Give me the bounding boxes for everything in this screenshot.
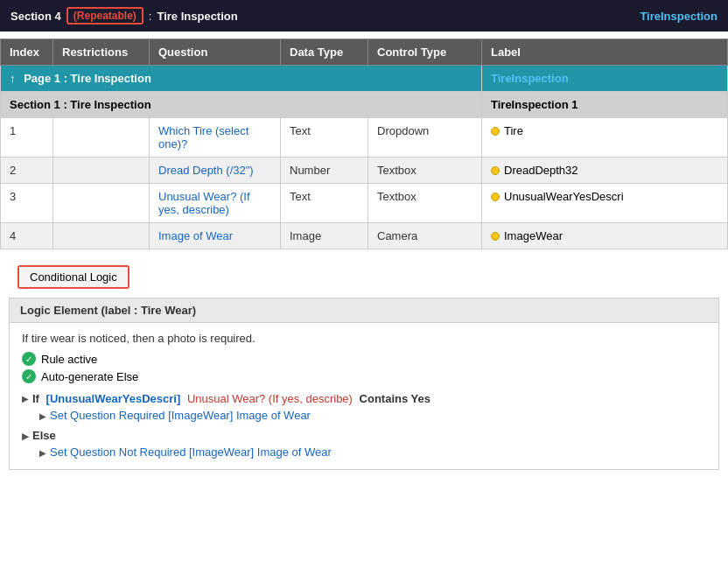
table-container: Index Restrictions Question Data Type Co… [0,32,728,249]
logic-element-header: Logic Element (label : Tire Wear) [10,298,718,323]
header-right-label: TireInspection [640,10,718,23]
label-text: UnusualWearYesDescri [504,190,624,203]
section-row: Section 1 : Tire Inspection TireInspecti… [1,92,728,118]
row-index: 4 [1,223,53,249]
row-controltype: Dropdown [368,118,482,158]
rule-active-check: ✓ [22,352,36,366]
else-triangle-icon: ▶ [22,431,29,441]
else-action-text: Set Question Not Required [ImageWear] Im… [50,445,332,459]
col-index: Index [1,39,53,66]
row-index: 2 [1,158,53,184]
else-action-triangle-icon: ▶ [39,448,46,458]
page-row-right: TireInspection [482,66,728,92]
row-question: Image of Wear [150,223,281,249]
if-suffix: Contains Yes [360,392,430,405]
label-text: ImageWear [504,229,563,242]
rule-active-text: Rule active [41,353,97,366]
logic-description: If tire wear is noticed, then a photo is… [22,332,706,345]
auto-generate-text: Auto-generate Else [41,370,138,383]
table-row: 2 Dread Depth (/32") Number Textbox Drea… [1,158,728,184]
main-table: Index Restrictions Question Data Type Co… [0,39,728,249]
col-label: Label [482,39,728,66]
row-datatype: Number [281,158,368,184]
row-datatype: Text [281,184,368,223]
else-label-line: ▶ Else [22,429,706,442]
label-dot [491,232,500,241]
page-icon: ↑ [10,72,16,85]
table-row: 3 Unusual Wear? (If yes, describe) Text … [1,184,728,223]
row-controltype: Textbox [368,184,482,223]
if-triangle-icon: ▶ [22,394,29,403]
row-question: Dread Depth (/32") [150,158,281,184]
row-datatype: Text [281,118,368,158]
row-label: DreadDepth32 [482,158,728,184]
auto-generate-check: ✓ [22,369,36,383]
conditional-logic-border: Conditional Logic [18,265,130,289]
section-prefix: Section 4 [10,10,61,23]
col-restrictions: Restrictions [53,39,150,66]
col-question: Question [150,39,281,66]
repeatable-badge: (Repeatable) [66,7,144,25]
section-row-text: Section 1 : Tire Inspection [1,92,482,118]
logic-outer-box: Logic Element (label : Tire Wear) If tir… [9,298,719,470]
label-dot [491,166,500,175]
col-controltype: Control Type [368,39,482,66]
row-index: 1 [1,118,53,158]
auto-generate-item: ✓ Auto-generate Else [22,369,706,383]
row-restrictions [53,184,150,223]
row-datatype: Image [281,223,368,249]
if-prefix: If [UnusualWearYesDescri] Unusual Wear? … [32,392,430,405]
header-bar: Section 4 (Repeatable) : Tire Inspection… [0,0,728,32]
table-row: 4 Image of Wear Image Camera ImageWear [1,223,728,249]
section-right-label: TireInspection 1 [491,98,578,111]
row-question: Which Tire (select one)? [150,118,281,158]
row-controltype: Camera [368,223,482,249]
header-colon: : [149,10,152,23]
then-action-text: Set Question Required [ImageWear] Image … [50,409,311,422]
if-condition-line: ▶ If [UnusualWearYesDescri] Unusual Wear… [22,392,706,405]
else-block: ▶ Else ▶ Set Question Not Required [Imag… [22,429,706,459]
conditional-logic-wrapper: Conditional Logic [0,249,728,292]
logic-body: If tire wear is noticed, then a photo is… [10,323,718,469]
row-label: Tire [482,118,728,158]
row-label: ImageWear [482,223,728,249]
label-dot [491,193,500,201]
page-row-label: Page 1 : Tire Inspection [24,72,151,85]
if-block: ▶ If [UnusualWearYesDescri] Unusual Wear… [22,392,706,422]
conditional-logic-button[interactable]: Conditional Logic [19,267,128,287]
row-question: Unusual Wear? (If yes, describe) [150,184,281,223]
label-text: Tire [504,124,523,137]
col-datatype: Data Type [281,39,368,66]
rule-active-item: ✓ Rule active [22,352,706,366]
row-restrictions [53,223,150,249]
page-right-label: TireInspection [491,72,569,85]
table-row: 1 Which Tire (select one)? Text Dropdown… [1,118,728,158]
section-row-right: TireInspection 1 [482,92,728,118]
row-restrictions [53,118,150,158]
if-label-text: Unusual Wear? (If yes, describe) [187,392,353,405]
label-dot [491,127,500,136]
then-triangle-icon: ▶ [39,411,46,421]
else-label: Else [32,429,56,442]
else-action-line: ▶ Set Question Not Required [ImageWear] … [39,445,706,459]
row-label: UnusualWearYesDescri [482,184,728,223]
row-restrictions [53,158,150,184]
page-row: ↑ Page 1 : Tire Inspection TireInspectio… [1,66,728,92]
if-var: [UnusualWearYesDescri] [46,392,181,405]
header-name: Tire Inspection [157,10,237,23]
page-row-text: ↑ Page 1 : Tire Inspection [1,66,482,92]
then-action-line: ▶ Set Question Required [ImageWear] Imag… [39,409,706,422]
row-index: 3 [1,184,53,223]
if-keyword: If [32,392,39,405]
row-controltype: Textbox [368,158,482,184]
label-text: DreadDepth32 [504,164,578,177]
